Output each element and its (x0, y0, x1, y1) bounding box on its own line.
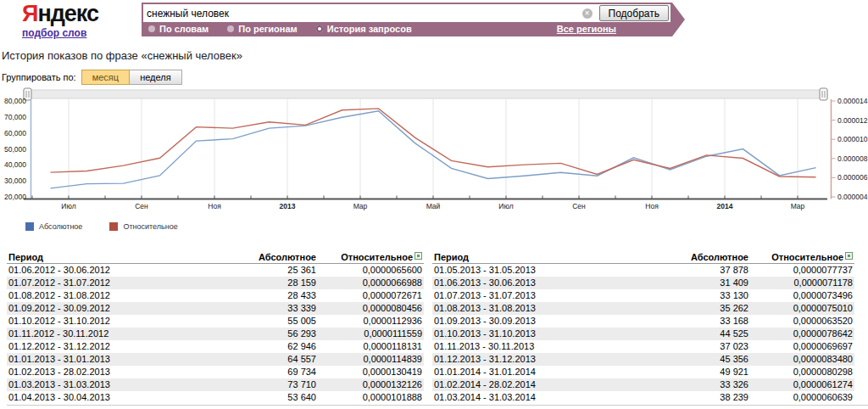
table-row: 01.09.2013 - 30.09.201333 1680,000006352… (432, 315, 854, 328)
relative-cell: 0,0000066988 (318, 277, 424, 289)
absolute-cell: 45 356 (653, 353, 750, 366)
search-mode-1[interactable]: По регионам (227, 24, 297, 34)
relative-cell: 0,0000075010 (750, 302, 854, 315)
table-row: 01.01.2013 - 31.01.201364 5570,000011483… (7, 353, 424, 366)
table-row: 01.04.2013 - 30.04.201353 6400,000010188… (7, 391, 424, 404)
x-axis-label: Ноя (645, 202, 659, 210)
relative-cell: 0,0000111559 (318, 328, 424, 340)
relative-cell: 0,0000083480 (750, 353, 854, 366)
right-axis-label: 0.000010 (837, 135, 868, 143)
relative-cell: 0,0000060639 (750, 391, 854, 404)
absolute-cell: 64 557 (216, 353, 318, 366)
col-header-0: Период (7, 251, 216, 264)
table-row: 01.02.2013 - 28.02.201369 7340,000013041… (7, 366, 424, 378)
col-header-0: Период (432, 251, 653, 264)
table-row: 01.06.2012 - 30.06.201225 3610,000006560… (7, 264, 424, 277)
search-mode-0[interactable]: По словам (148, 24, 209, 34)
relative-cell: 0,0000061274 (750, 378, 854, 391)
legend-swatch-icon (25, 222, 34, 231)
search-mode-2[interactable]: История запросов (316, 24, 412, 34)
all-regions-link[interactable]: Все регионы (557, 24, 616, 34)
absolute-cell: 33 326 (653, 378, 750, 391)
legend-label: Абсолютное (39, 222, 82, 231)
table-row: 01.11.2012 - 30.11.201256 2930,000011155… (7, 328, 424, 340)
group-tab-месяц[interactable]: месяц (81, 70, 130, 85)
col-header-1: Абсолютное (653, 251, 750, 264)
absolute-cell: 62 946 (216, 340, 318, 353)
x-axis-label: 2013 (280, 202, 296, 210)
help-icon[interactable] (415, 252, 422, 260)
right-axis-label: 0.000004 (837, 193, 868, 201)
absolute-cell: 33 130 (653, 289, 750, 302)
period-cell: 01.11.2012 - 30.11.2012 (7, 328, 216, 340)
x-axis-label: Май (426, 202, 441, 210)
left-axis-label: 80,000 (4, 97, 26, 105)
absolute-cell: 38 239 (653, 391, 750, 404)
clear-search-icon[interactable]: ✕ (582, 8, 593, 19)
absolute-cell: 69 734 (216, 366, 318, 378)
table-row: 01.12.2013 - 31.12.201345 3560,000008348… (432, 353, 854, 366)
right-axis-label: 0.000006 (837, 173, 868, 182)
col-header-2: Относительное (750, 251, 854, 264)
relative-cell: 0,0000072671 (318, 289, 424, 302)
range-selector-track[interactable] (24, 90, 827, 98)
absolute-cell: 37 878 (653, 264, 750, 277)
period-cell: 01.07.2013 - 31.07.2013 (432, 289, 653, 302)
table-row: 01.07.2012 - 31.07.201228 1590,000006698… (7, 277, 424, 289)
relative-cell: 0,0000101888 (318, 391, 424, 404)
period-tables: ПериодАбсолютноеОтносительное01.06.2012 … (7, 251, 868, 406)
x-axis-label: Мар (791, 202, 805, 210)
search-input[interactable] (143, 5, 577, 21)
table-row: 01.08.2012 - 31.08.201228 4330,000007267… (7, 289, 424, 302)
col-header-2: Относительное (318, 251, 424, 264)
right-axis-label: 0.000014 (837, 97, 868, 105)
period-cell: 01.07.2012 - 31.07.2012 (7, 277, 216, 289)
period-table-right: ПериодАбсолютноеОтносительное01.05.2013 … (432, 251, 854, 404)
relative-cell: 0,0000065600 (318, 264, 424, 277)
relative-cell: 0,0000069697 (750, 340, 854, 353)
relative-cell: 0,0000132126 (318, 378, 424, 391)
period-cell: 01.03.2014 - 31.03.2014 (432, 391, 653, 404)
left-axis-label: 60,000 (4, 129, 26, 137)
range-handle-right[interactable] (820, 88, 827, 100)
radio-selected-icon (316, 25, 323, 32)
period-cell: 01.04.2013 - 30.04.2013 (7, 391, 216, 404)
relative-cell: 0,0000112936 (318, 315, 424, 328)
relative-cell: 0,0000077737 (750, 264, 854, 277)
search-row: ✕ Подобрать (143, 4, 670, 22)
yandex-logo[interactable]: Яндекс (22, 2, 98, 25)
relative-cell: 0,0000073496 (750, 289, 854, 302)
help-icon[interactable] (845, 252, 853, 260)
header: Яндекс подбор слов ✕ Подобрать По словам… (0, 0, 868, 41)
table-row: 01.03.2013 - 31.03.201373 7100,000013212… (7, 378, 424, 391)
right-axis-label: 0.000012 (837, 116, 868, 125)
period-cell: 01.10.2012 - 31.10.2012 (7, 315, 216, 328)
x-axis-label: Ноя (208, 202, 221, 210)
period-cell: 01.10.2013 - 31.10.2013 (432, 328, 653, 340)
group-tabs: месяцнеделя (81, 70, 182, 85)
absolute-cell: 28 433 (216, 289, 318, 302)
submit-button[interactable]: Подобрать (599, 5, 669, 21)
absolute-cell: 44 525 (653, 328, 750, 340)
groupby-row: Группировать по: месяцнеделя (2, 70, 868, 85)
search-mode-label: По регионам (238, 24, 297, 34)
relative-cell: 0,0000078642 (750, 328, 854, 340)
period-cell: 01.01.2013 - 31.01.2013 (7, 353, 216, 366)
period-cell: 01.09.2012 - 30.09.2012 (7, 302, 216, 315)
period-cell: 01.12.2013 - 31.12.2013 (432, 353, 653, 366)
groupby-label: Группировать по: (2, 72, 76, 82)
wordstat-link[interactable]: подбор слов (22, 27, 86, 39)
col-header-1: Абсолютное (216, 251, 318, 264)
chart-canvas: 20,00030,00040,00050,00060,00070,00080,0… (0, 87, 868, 216)
absolute-cell: 33 339 (216, 302, 318, 315)
right-axis-label: 0.000008 (837, 154, 868, 163)
table-row: 01.01.2014 - 31.01.201449 9210,000008029… (432, 366, 854, 378)
relative-cell: 0,0000080298 (750, 366, 854, 378)
absolute-cell: 55 005 (216, 315, 318, 328)
legend-swatch-icon (109, 222, 118, 231)
table-row: 01.12.2012 - 31.12.201262 9460,000011813… (7, 340, 424, 353)
absolute-cell: 49 921 (653, 366, 750, 378)
group-tab-неделя[interactable]: неделя (130, 70, 182, 85)
left-axis-label: 40,000 (4, 160, 26, 169)
legend-item-Относительное: Относительное (109, 222, 177, 231)
